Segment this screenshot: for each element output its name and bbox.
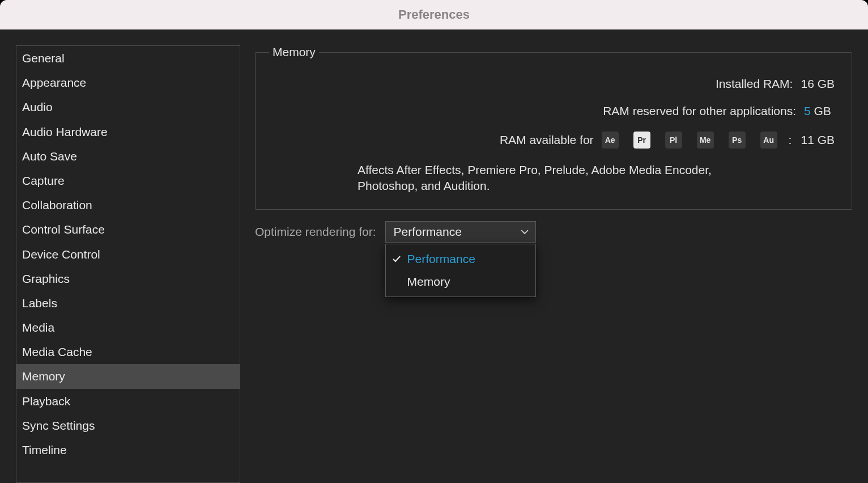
available-ram-value: 11 GB [801, 133, 835, 147]
chevron-down-icon [521, 228, 529, 236]
sidebar-item-capture[interactable]: Capture [16, 168, 240, 193]
optimize-option-label: Memory [407, 275, 450, 289]
sidebar-item-collaboration[interactable]: Collaboration [16, 193, 240, 217]
reserved-ram-unit: GB [811, 104, 831, 117]
sidebar-item-media[interactable]: Media [16, 315, 240, 340]
sidebar-item-device-control[interactable]: Device Control [16, 242, 240, 266]
optimize-dropdown-wrap: Performance PerformanceMemory [385, 221, 536, 243]
preferences-body: GeneralAppearanceAudioAudio HardwareAuto… [0, 29, 868, 483]
reserved-ram-value[interactable]: 5 GB [804, 104, 835, 118]
reserved-ram-row: RAM reserved for other applications: 5 G… [273, 104, 835, 118]
optimize-option-label: Performance [407, 252, 475, 266]
sidebar-item-general[interactable]: General [16, 46, 240, 70]
reserved-ram-number: 5 [804, 104, 811, 117]
app-icons: AePrPlMePsAu [602, 132, 777, 149]
optimize-option-memory[interactable]: Memory [386, 270, 535, 293]
memory-legend: Memory [269, 45, 319, 59]
optimize-row: Optimize rendering for: Performance Perf… [255, 221, 852, 243]
sidebar-item-auto-save[interactable]: Auto Save [16, 144, 240, 168]
app-icon-pr: Pr [633, 132, 650, 149]
memory-fieldset: Memory Installed RAM: 16 GB RAM reserved… [255, 45, 852, 210]
optimize-option-performance[interactable]: Performance [386, 248, 535, 270]
optimize-dropdown-menu: PerformanceMemory [385, 244, 536, 297]
preferences-main: Memory Installed RAM: 16 GB RAM reserved… [255, 45, 852, 483]
optimize-dropdown[interactable]: Performance [385, 221, 536, 243]
window-title: Preferences [398, 7, 470, 22]
installed-ram-label: Installed RAM: [716, 77, 793, 91]
available-colon: : [789, 133, 792, 147]
sidebar-item-audio-hardware[interactable]: Audio Hardware [16, 120, 240, 144]
sidebar-item-labels[interactable]: Labels [16, 291, 240, 315]
sidebar-item-control-surface[interactable]: Control Surface [16, 217, 240, 242]
affects-text: Affects After Effects, Premiere Pro, Pre… [358, 162, 743, 194]
app-icon-pl: Pl [665, 132, 682, 149]
installed-ram-row: Installed RAM: 16 GB [273, 77, 835, 91]
sidebar-item-playback[interactable]: Playback [16, 389, 240, 413]
installed-ram-value: 16 GB [801, 77, 835, 91]
preferences-sidebar: GeneralAppearanceAudioAudio HardwareAuto… [16, 45, 240, 483]
window-titlebar: Preferences [0, 0, 868, 29]
sidebar-item-timeline[interactable]: Timeline [16, 438, 240, 462]
available-ram-label: RAM available for [500, 133, 594, 147]
app-icon-ae: Ae [602, 132, 619, 149]
app-icon-au: Au [760, 132, 777, 149]
optimize-label: Optimize rendering for: [255, 225, 376, 239]
sidebar-item-audio[interactable]: Audio [16, 95, 240, 119]
optimize-selected: Performance [394, 225, 462, 239]
available-ram-row: RAM available for AePrPlMePsAu : 11 GB [273, 132, 835, 149]
sidebar-item-graphics[interactable]: Graphics [16, 266, 240, 291]
sidebar-item-sync-settings[interactable]: Sync Settings [16, 413, 240, 438]
sidebar-item-memory[interactable]: Memory [16, 364, 240, 388]
preferences-window: Preferences GeneralAppearanceAudioAudio … [0, 0, 868, 483]
sidebar-item-appearance[interactable]: Appearance [16, 70, 240, 95]
sidebar-item-media-cache[interactable]: Media Cache [16, 340, 240, 364]
check-icon [392, 255, 402, 264]
app-icon-me: Me [697, 132, 714, 149]
app-icon-ps: Ps [729, 132, 746, 149]
reserved-ram-label: RAM reserved for other applications: [603, 104, 796, 118]
